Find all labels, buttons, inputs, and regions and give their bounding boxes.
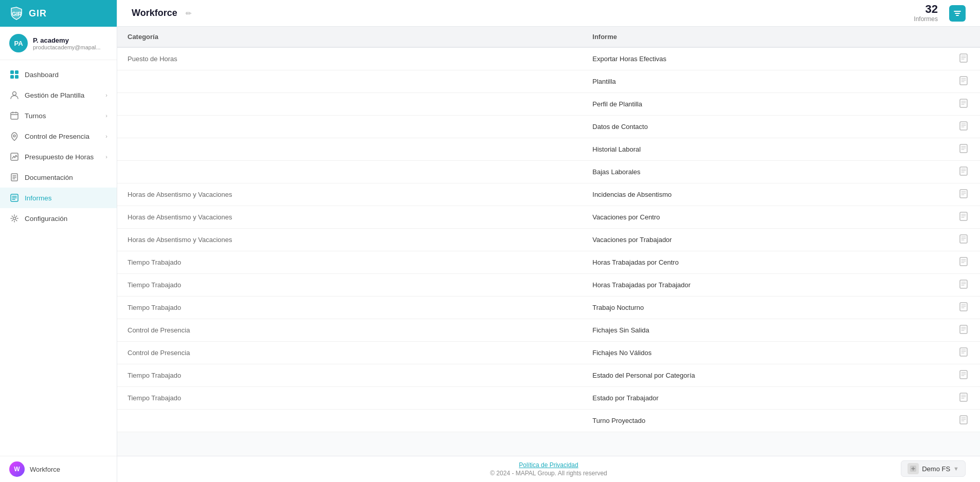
table-row[interactable]: Tiempo TrabajadoEstado del Personal por … (117, 364, 980, 387)
cell-action[interactable] (900, 70, 980, 93)
cell-action[interactable] (900, 274, 980, 296)
sidebar-item-gestion-plantilla[interactable]: Gestión de Plantilla › (0, 85, 117, 105)
report-count: 32 (925, 4, 938, 15)
document-icon[interactable] (959, 305, 968, 313)
sidebar-item-documentacion[interactable]: Documentación (0, 167, 117, 188)
sidebar-item-turnos[interactable]: Turnos › (0, 105, 117, 126)
table-row[interactable]: Tiempo TrabajadoEstado por Trabajador (117, 387, 980, 410)
sidebar-item-presupuesto[interactable]: Presupuesto de Horas › (0, 146, 117, 167)
table-row[interactable]: Control de PresenciaFichajes Sin Salida (117, 319, 980, 342)
cell-action[interactable] (900, 364, 980, 387)
table-row[interactable]: Tiempo TrabajadoHoras Trabajadas por Cen… (117, 251, 980, 274)
cell-action[interactable] (900, 229, 980, 251)
sidebar-header: GIR GIR (0, 0, 117, 27)
count-wrap: 32 Informes (914, 4, 938, 23)
filter-button[interactable] (949, 5, 966, 22)
document-icon[interactable] (959, 214, 968, 223)
cell-informe: Datos de Contacto (582, 116, 900, 138)
document-icon[interactable] (959, 327, 968, 336)
cell-action[interactable] (900, 342, 980, 364)
table-row[interactable]: Horas de Absentismo y VacacionesIncidenc… (117, 183, 980, 206)
svg-point-7 (13, 135, 15, 137)
cell-action[interactable] (900, 387, 980, 410)
svg-rect-16 (960, 144, 967, 153)
document-icon[interactable] (959, 418, 968, 426)
cell-action[interactable] (900, 410, 980, 432)
svg-rect-27 (960, 393, 967, 401)
sidebar-user: PA P. academy productacademy@mapal... (0, 27, 117, 60)
document-icon[interactable] (959, 56, 968, 64)
table-row[interactable]: Horas de Absentismo y VacacionesVacacion… (117, 229, 980, 251)
table-row[interactable]: Turno Proyectado (117, 410, 980, 432)
document-icon[interactable] (959, 237, 968, 245)
table-row[interactable]: Perfil de Plantilla (117, 93, 980, 116)
sidebar-item-label-turnos: Turnos (25, 112, 46, 120)
document-icon[interactable] (959, 79, 968, 87)
cell-informe: Turno Proyectado (582, 410, 900, 432)
document-icon[interactable] (959, 124, 968, 132)
documentacion-icon (9, 172, 20, 182)
table-row[interactable]: Control de PresenciaFichajes No Válidos (117, 342, 980, 364)
svg-rect-22 (960, 280, 967, 288)
svg-rect-19 (960, 212, 967, 220)
cell-action[interactable] (900, 251, 980, 274)
cell-action[interactable] (900, 206, 980, 229)
document-icon[interactable] (959, 395, 968, 403)
table-row[interactable]: Historial Laboral (117, 138, 980, 161)
cell-action[interactable] (900, 93, 980, 116)
cell-informe: Vacaciones por Centro (582, 206, 900, 229)
chevron-right-icon: › (105, 154, 107, 160)
svg-rect-6 (11, 113, 18, 119)
cell-action[interactable] (900, 161, 980, 183)
cell-action[interactable] (900, 183, 980, 206)
demo-badge[interactable]: Demo FS ▼ (901, 460, 966, 477)
svg-point-5 (13, 92, 16, 96)
table-row[interactable]: Datos de Contacto (117, 116, 980, 138)
table-row[interactable]: Plantilla (117, 70, 980, 93)
document-icon[interactable] (959, 169, 968, 177)
svg-rect-23 (960, 303, 967, 311)
sidebar-item-informes[interactable]: Informes (0, 188, 117, 208)
sidebar-item-control-presencia[interactable]: Control de Presencia › (0, 126, 117, 146)
privacy-link[interactable]: Política de Privacidad (519, 461, 578, 469)
table-row[interactable]: Horas de Absentismo y VacacionesVacacion… (117, 206, 980, 229)
table-row[interactable]: Bajas Laborales (117, 161, 980, 183)
table-row[interactable]: Tiempo TrabajadoHoras Trabajadas por Tra… (117, 274, 980, 296)
document-icon[interactable] (959, 146, 968, 155)
cell-informe: Fichajes No Válidos (582, 342, 900, 364)
document-icon[interactable] (959, 192, 968, 200)
cell-categoria: Tiempo Trabajado (117, 364, 582, 387)
table-row[interactable]: Puesto de HorasExportar Horas Efectivas (117, 47, 980, 70)
table-row[interactable]: Tiempo TrabajadoTrabajo Nocturno (117, 296, 980, 319)
sidebar-item-dashboard[interactable]: Dashboard (0, 64, 117, 85)
svg-rect-2 (15, 70, 19, 74)
reports-table: Categoría Informe Puesto de HorasExporta… (117, 27, 980, 432)
cell-action[interactable] (900, 138, 980, 161)
demo-label: Demo FS (922, 465, 950, 473)
sidebar: GIR GIR PA P. academy productacademy@map… (0, 0, 117, 482)
cell-categoria: Tiempo Trabajado (117, 274, 582, 296)
document-icon[interactable] (959, 282, 968, 290)
cell-informe: Perfil de Plantilla (582, 93, 900, 116)
edit-icon[interactable]: ✏ (186, 9, 192, 17)
document-icon[interactable] (959, 259, 968, 268)
sidebar-footer: W Workforce (0, 456, 117, 482)
document-icon[interactable] (959, 373, 968, 381)
cell-categoria: Tiempo Trabajado (117, 387, 582, 410)
svg-point-11 (13, 217, 16, 220)
cell-categoria: Tiempo Trabajado (117, 296, 582, 319)
cell-informe: Vacaciones por Trabajador (582, 229, 900, 251)
cell-action[interactable] (900, 296, 980, 319)
page-footer: Política de Privacidad © 2024 - MAPAL Gr… (117, 456, 980, 482)
cell-action[interactable] (900, 47, 980, 70)
cell-action[interactable] (900, 116, 980, 138)
cell-categoria (117, 138, 582, 161)
logo-icon: GIR (9, 6, 24, 21)
svg-rect-28 (960, 416, 967, 424)
cell-action[interactable] (900, 319, 980, 342)
document-icon[interactable] (959, 350, 968, 358)
sidebar-item-configuracion[interactable]: Configuración (0, 208, 117, 229)
cell-categoria (117, 410, 582, 432)
document-icon[interactable] (959, 101, 968, 109)
cell-categoria: Horas de Absentismo y Vacaciones (117, 183, 582, 206)
